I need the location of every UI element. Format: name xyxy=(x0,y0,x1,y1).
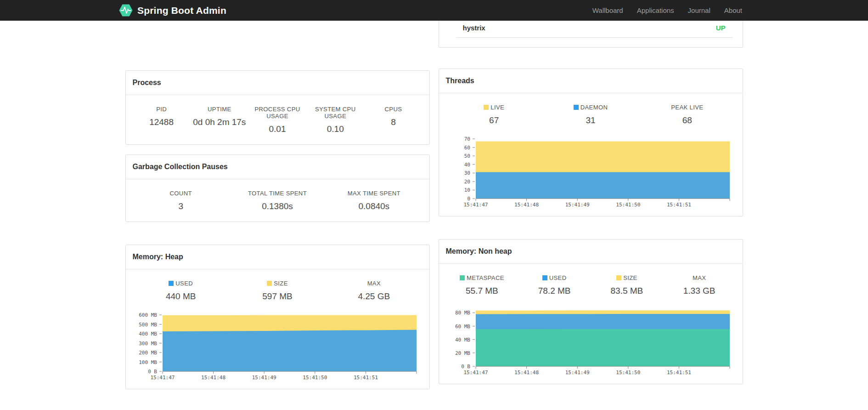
nav-item-journal[interactable]: Journal xyxy=(681,0,717,21)
y-tick-label: 30 xyxy=(464,170,470,176)
nav-item-wallboard[interactable]: Wallboard xyxy=(586,0,630,21)
brand-link[interactable]: Spring Boot Admin xyxy=(119,4,226,17)
metric-label: UPTIME xyxy=(191,106,248,113)
chart-svg: 15:41:4715:41:4815:41:4915:41:5015:41:51… xyxy=(439,137,743,210)
metric-value: 1.33 GB xyxy=(663,286,736,296)
metric-live: LIVE 67 xyxy=(446,104,542,125)
metric-value: 67 xyxy=(446,115,542,125)
legend-swatch xyxy=(169,281,174,286)
x-tick-label: 15:41:47 xyxy=(463,370,488,376)
metric-label-text: SIZE xyxy=(274,280,288,287)
health-row-hystrix: hystrix UP xyxy=(456,20,733,38)
threads-legend: LIVE 67 DAEMON 31 PEAK LIVE 68 xyxy=(439,93,743,136)
metric-label: PID xyxy=(133,106,191,113)
x-tick-label: 15:41:50 xyxy=(303,375,327,381)
x-tick-label: 15:41:51 xyxy=(353,375,378,381)
metric-size: SIZE 83.5 MB xyxy=(591,274,663,296)
metric-total-time-spent: TOTAL TIME SPENT 0.1380s xyxy=(229,190,326,211)
gc-metrics: COUNT 3 TOTAL TIME SPENT 0.1380s MAX TIM… xyxy=(126,179,429,222)
metric-label-text: MAX xyxy=(367,280,381,287)
metric-label-text: USED xyxy=(175,280,193,287)
gc-card-title: Garbage Collection Pauses xyxy=(126,155,429,179)
metric-size: SIZE 597 MB xyxy=(229,280,326,302)
process-card: Process PID 12488 UPTIME 0d 0h 2m 17s PR… xyxy=(125,70,430,145)
y-tick-label: 50 xyxy=(464,153,470,159)
metric-value: 0.10 xyxy=(306,124,364,134)
metric-label: TOTAL TIME SPENT xyxy=(229,190,326,197)
x-tick-label: 15:41:48 xyxy=(514,202,539,208)
memory-heap-card: Memory: Heap USED 440 MB SIZE 597 MB MAX… xyxy=(125,245,430,389)
metric-value: 0.01 xyxy=(248,124,306,134)
y-tick-label: 80 MB xyxy=(455,310,470,316)
metric-label: MAX xyxy=(663,274,736,281)
metric-value: 4.25 GB xyxy=(326,291,422,302)
nav-item-about[interactable]: About xyxy=(717,0,749,21)
y-tick-label: 60 MB xyxy=(455,324,470,330)
metric-value: 3 xyxy=(133,201,229,211)
metric-label-text: PROCESS CPU USAGE xyxy=(248,106,306,120)
x-tick-label: 15:41:49 xyxy=(565,370,589,376)
threads-card-title: Threads xyxy=(439,69,743,93)
metric-value: 31 xyxy=(542,115,639,125)
metric-max-time-spent: MAX TIME SPENT 0.0840s xyxy=(326,190,422,211)
right-column: hystrix UP Threads LIVE 67 DAEMON 31 xyxy=(439,21,743,384)
metric-value: 0d 0h 2m 17s xyxy=(191,117,248,127)
legend-swatch xyxy=(460,275,465,280)
metric-label-text: CPUS xyxy=(385,106,402,113)
metric-label-text: METASPACE xyxy=(467,274,504,281)
chart-svg: 15:41:4715:41:4815:41:4915:41:5015:41:51… xyxy=(439,307,743,377)
legend-swatch xyxy=(267,281,272,286)
y-tick-label: 20 xyxy=(464,179,470,185)
metric-label-text: MAX TIME SPENT xyxy=(348,190,400,197)
x-tick-label: 15:41:51 xyxy=(666,202,691,208)
metric-peak-live: PEAK LIVE 68 xyxy=(639,104,735,125)
metric-value: 55.7 MB xyxy=(446,286,519,296)
metric-label: PROCESS CPU USAGE xyxy=(248,106,306,120)
metric-pid: PID 12488 xyxy=(133,106,191,134)
threads-card: Threads LIVE 67 DAEMON 31 PEAK LIVE 68 1… xyxy=(439,68,743,216)
legend-swatch xyxy=(542,275,547,280)
x-tick-label: 15:41:50 xyxy=(616,370,640,376)
y-tick-label: 40 MB xyxy=(455,337,470,343)
nav-item-applications[interactable]: Applications xyxy=(630,0,681,21)
y-tick-label: 40 xyxy=(464,162,470,168)
memory-nonheap-card: Memory: Non heap METASPACE 55.7 MB USED … xyxy=(439,239,743,384)
metric-label: METASPACE xyxy=(446,274,519,281)
metric-label-text: SIZE xyxy=(623,274,637,281)
metric-value: 597 MB xyxy=(229,291,326,302)
y-tick-label: 200 MB xyxy=(139,350,157,356)
metric-label: CPUS xyxy=(364,106,422,113)
x-tick-label: 15:41:48 xyxy=(201,375,225,381)
y-tick-label: 600 MB xyxy=(139,313,157,318)
memory-heap-legend: USED 440 MB SIZE 597 MB MAX 4.25 GB xyxy=(126,269,429,312)
threads-chart: 15:41:4715:41:4815:41:4915:41:5015:41:51… xyxy=(439,137,743,210)
metric-label: USED xyxy=(518,274,591,281)
area-series-daemon xyxy=(476,172,730,199)
y-tick-label: 100 MB xyxy=(139,359,157,365)
area-series-used xyxy=(163,330,417,371)
main-content: Process PID 12488 UPTIME 0d 0h 2m 17s PR… xyxy=(125,21,743,410)
status-badge-up: UP xyxy=(716,24,726,32)
y-tick-label: 300 MB xyxy=(139,341,157,347)
metric-label-text: PEAK LIVE xyxy=(671,104,703,111)
legend-swatch xyxy=(616,275,621,280)
y-tick-label: 0 B xyxy=(148,369,157,375)
memory-nonheap-chart: 15:41:4715:41:4815:41:4915:41:5015:41:51… xyxy=(439,307,743,377)
metric-label: PEAK LIVE xyxy=(639,104,735,111)
metric-label-text: LIVE xyxy=(490,104,504,111)
metric-value: 8 xyxy=(364,117,422,127)
metric-label: MAX xyxy=(326,280,422,287)
metric-value: 12488 xyxy=(133,117,191,127)
metric-system-cpu-usage: SYSTEM CPU USAGE 0.10 xyxy=(306,106,364,134)
memory-heap-card-title: Memory: Heap xyxy=(126,245,429,269)
y-tick-label: 70 xyxy=(464,137,470,142)
brand-title: Spring Boot Admin xyxy=(137,5,226,16)
metric-used: USED 78.2 MB xyxy=(518,274,591,296)
metric-label: COUNT xyxy=(133,190,229,197)
y-tick-label: 20 MB xyxy=(455,350,470,356)
memory-nonheap-card-title: Memory: Non heap xyxy=(439,239,743,264)
metric-label-text: MAX xyxy=(693,274,706,281)
metric-label-text: SYSTEM CPU USAGE xyxy=(306,106,364,120)
health-application-name: hystrix xyxy=(463,24,485,32)
navbar-links: Wallboard Applications Journal About xyxy=(586,0,749,21)
